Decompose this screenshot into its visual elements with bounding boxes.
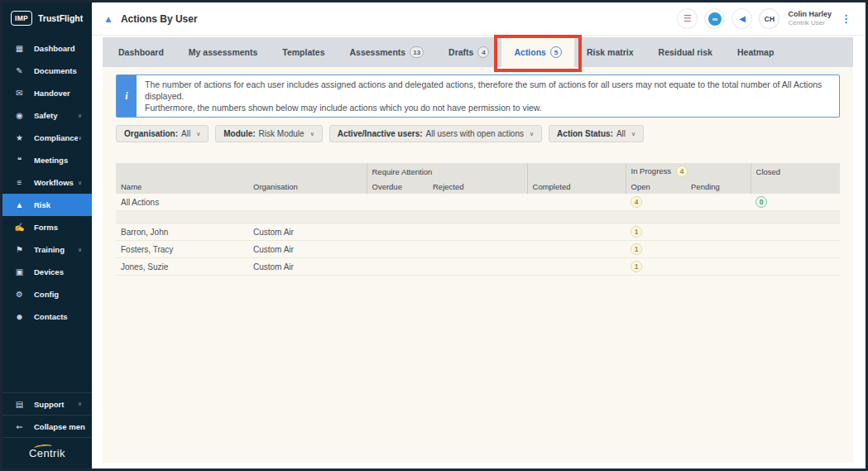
info-line-1: The number of actions for each user incl… [145, 79, 831, 102]
queue-button[interactable]: ☰ [677, 8, 698, 29]
tab-dashboard[interactable]: Dashboard [106, 37, 176, 67]
config-icon: ⚙ [13, 290, 26, 299]
brand: IMP TrustFlight [2, 2, 92, 32]
chevron-down-icon: ∨ [196, 131, 200, 137]
sidebar-item-meetings[interactable]: ❝Meetings [2, 149, 92, 171]
cell-pending [686, 223, 751, 241]
group-header-require-attention: Require Attention [367, 163, 527, 180]
announcements-button[interactable]: ◀ [731, 8, 752, 29]
filter-activeinactive-users[interactable]: Active/Inactive users:All users with ope… [329, 125, 542, 142]
cell-organisation: Custom Air [248, 223, 367, 241]
sidebar-item-label: Dashboard [34, 44, 85, 53]
tab-assessments[interactable]: Assessments13 [337, 37, 436, 67]
risk-icon: ▲ [13, 200, 26, 209]
filter-value: All [181, 129, 190, 138]
info-icon: i [117, 75, 137, 117]
cell-rejected [428, 258, 527, 276]
table-row[interactable]: All Actions40 [116, 194, 840, 211]
filter-label: Action Status: [557, 129, 613, 138]
user-info[interactable]: Colin Harley Centrik User [788, 10, 832, 27]
sidebar-item-devices[interactable]: ▣Devices [2, 261, 92, 283]
risk-module-icon: ▲ [103, 13, 113, 25]
filter-module[interactable]: Module:Risk Module∨ [215, 125, 322, 142]
chevron-down-icon: ∨ [78, 247, 82, 253]
info-line-2: Furthermore, the numbers shown below may… [145, 102, 831, 113]
chevron-down-icon: ∨ [78, 401, 82, 407]
sidebar-item-label: Documents [34, 66, 85, 75]
sidebar-item-safety[interactable]: ◉Safety∨ [2, 104, 92, 127]
column-header-completed: Completed [527, 180, 626, 194]
collapse-menu-button[interactable]: ⇐ Collapse menu [2, 415, 92, 437]
megaphone-icon: ◀ [739, 14, 746, 23]
in-progress-count-badge: 4 [676, 166, 688, 177]
tab-risk-matrix[interactable]: Risk matrix [574, 37, 646, 67]
column-header-open: Open [626, 180, 686, 194]
cell-closed [751, 258, 840, 276]
sidebar-item-training[interactable]: ⚑Training∨ [2, 238, 92, 261]
sidebar-item-label: Safety [34, 111, 78, 120]
tab-label: Drafts [448, 47, 473, 57]
cell-closed [751, 241, 840, 258]
separator-cell [116, 211, 840, 223]
tab-heatmap[interactable]: Heatmap [725, 37, 786, 67]
handover-icon: ✉ [13, 89, 26, 98]
sidebar-item-forms[interactable]: ✍Forms [2, 216, 92, 238]
chevron-down-icon: ∨ [631, 131, 635, 137]
meetings-icon: ❝ [13, 156, 26, 165]
open-count-badge[interactable]: 1 [631, 226, 642, 238]
sidebar-item-label: Workflows [34, 178, 78, 187]
sidebar-item-config[interactable]: ⚙Config [2, 283, 92, 305]
closed-count-badge[interactable]: 0 [755, 196, 767, 208]
cell-name: Fosters, Tracy [116, 241, 248, 258]
tab-count-badge: 13 [410, 46, 424, 58]
avatar[interactable]: CH [759, 8, 779, 29]
sidebar-item-risk[interactable]: ▲Risk [2, 194, 92, 216]
group-header-empty [116, 163, 367, 180]
cell-organisation: Custom Air [248, 241, 367, 258]
cell-rejected [428, 241, 527, 258]
open-count-badge[interactable]: 1 [631, 243, 642, 255]
sidebar-item-handover[interactable]: ✉Handover [2, 82, 92, 104]
sidebar-item-label: Support [34, 400, 78, 409]
tab-residual-risk[interactable]: Residual risk [646, 37, 725, 67]
cell-completed [527, 223, 626, 241]
cell-completed [527, 258, 626, 276]
open-count-badge[interactable]: 1 [631, 261, 642, 272]
sidebar-item-compliance[interactable]: ★Compliance∨ [2, 127, 92, 149]
top-bar: ▲ Actions By User ☰ ∞ ◀ CH Colin Harley … [92, 2, 866, 36]
open-count-badge[interactable]: 4 [631, 196, 642, 208]
tab-label: My assessments [189, 47, 257, 57]
dashboard-icon: ▦ [13, 44, 26, 53]
tab-templates[interactable]: Templates [270, 37, 337, 67]
training-icon: ⚑ [13, 245, 26, 254]
top-bar-actions: ☰ ∞ ◀ CH Colin Harley Centrik User ⋮ [677, 8, 854, 29]
tab-my-assessments[interactable]: My assessments [176, 37, 270, 67]
page-title: Actions By User [121, 13, 198, 25]
filter-value: All users with open actions [426, 129, 524, 138]
sidebar-item-dashboard[interactable]: ▦Dashboard [2, 37, 92, 60]
tab-actions[interactable]: Actions5 [501, 37, 574, 67]
column-header-organisation: Organisation [248, 180, 367, 194]
table-row[interactable]: Fosters, TracyCustom Air1 [116, 241, 840, 258]
cell-pending [686, 258, 751, 276]
actions-by-user-content: i The number of actions for each user in… [103, 67, 853, 463]
app-window: IMP TrustFlight ▦Dashboard✎Documents✉Han… [0, 0, 868, 471]
cell-open: 1 [626, 258, 686, 276]
table-row[interactable]: Barron, JohnCustom Air1 [116, 223, 840, 241]
filter-bar: Organisation:All∨Module:Risk Module∨Acti… [116, 125, 840, 142]
cell-rejected [428, 223, 527, 241]
in-progress-label: In Progress [631, 166, 672, 175]
sidebar-item-workflows[interactable]: ≡Workflows∨ [2, 171, 92, 194]
sidebar-item-documents[interactable]: ✎Documents [2, 60, 92, 82]
table-row[interactable]: Jones, SuzieCustom Air1 [116, 258, 840, 276]
sidebar-item-contacts[interactable]: ☻Contacts [2, 305, 92, 328]
filter-organisation[interactable]: Organisation:All∨ [116, 125, 209, 142]
cell-overdue [367, 223, 428, 241]
contacts-icon: ☻ [13, 312, 26, 321]
group-header-closed: Closed [751, 163, 840, 180]
sidebar-item-support[interactable]: ▤ Support ∨ [2, 392, 92, 415]
link-button[interactable]: ∞ [704, 8, 725, 29]
overflow-menu-button[interactable]: ⋮ [838, 12, 854, 25]
filter-action-status[interactable]: Action Status:All∨ [549, 125, 644, 142]
tab-drafts[interactable]: Drafts4 [436, 37, 501, 67]
